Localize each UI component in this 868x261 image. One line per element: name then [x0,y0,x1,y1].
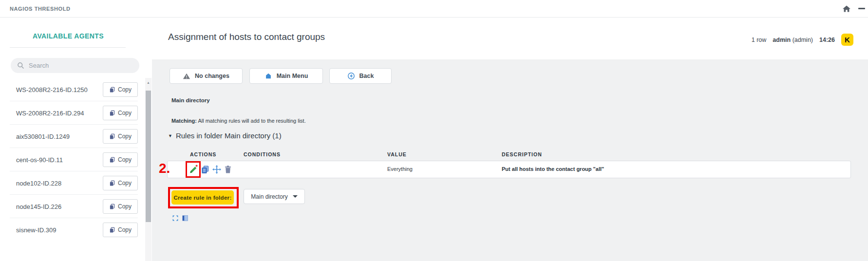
sidebar-header: AVAILABLE AGENTS [0,32,136,40]
annotation-step-number: 2. [159,161,170,176]
status-line: 1 row admin (admin) 14:26 K [752,34,853,46]
list-item: sisnew-ID.309 Copy [0,218,145,242]
user-name: admin [773,37,791,43]
copy-icon [109,157,115,163]
copy-icon [109,133,115,140]
rule-value: Everything [387,166,413,172]
matching-note: Matching: All matching rules will add to… [171,118,306,124]
create-rule-button[interactable]: Create rule in folder: [171,190,234,205]
copy-button[interactable]: Copy [103,152,138,167]
rules-folder-heading[interactable]: ▼ Rules in folder Main directory (1) [168,131,282,140]
rule-description: Put all hosts into the contact group "al… [502,166,604,172]
column-header-description: DESCRIPTION [502,151,542,157]
folder-select-value: Main directory [251,193,287,200]
tree-toggle-icons [172,215,189,222]
back-button[interactable]: Back [329,68,392,84]
app-title: NAGIOS THRESHOLD [10,0,71,18]
delete-rule-icon[interactable] [224,165,232,174]
column-header-value: VALUE [387,151,407,157]
search-box [11,58,139,73]
copy-button[interactable]: Copy [103,82,138,97]
agent-name: cent-os-90-ID.11 [16,156,63,164]
matching-text: All matching rules will add to the resul… [198,118,305,124]
list-item: cent-os-90-ID.11 Copy [0,148,145,171]
agent-name: sisnew-ID.309 [16,226,56,234]
agent-name: WS-2008R2-216-ID.294 [16,110,84,117]
list-item: WS-2008R2-216-ID.294 Copy [0,101,145,125]
copy-icon [109,180,115,186]
agent-list: WS-2008R2-216-ID.1250 Copy WS-2008R2-216… [0,78,145,242]
row-actions [189,164,232,175]
list-item: node145-ID.226 Copy [0,195,145,218]
home-icon[interactable] [842,4,851,13]
copy-button[interactable]: Copy [103,106,138,120]
column-header-actions: ACTIONS [190,151,216,157]
sidebar-divider [10,47,126,48]
copy-button[interactable]: Copy [103,129,138,144]
list-item: node102-ID.228 Copy [0,171,145,195]
collapse-triangle-icon[interactable]: ▼ [168,133,172,138]
no-changes-button[interactable]: No changes [170,68,243,84]
minimize-icon[interactable] [858,8,865,9]
search-icon [17,62,24,69]
list-item: WS-2008R2-216-ID.1250 Copy [0,78,145,101]
copy-button[interactable]: Copy [103,223,138,237]
column-header-conditions: CONDITIONS [244,151,281,157]
matching-label: Matching: [171,118,197,124]
scrollbar-thumb[interactable] [146,91,151,222]
row-count: 1 row [752,37,767,43]
columns-icon[interactable] [182,215,189,222]
copy-button[interactable]: Copy [103,176,138,190]
copy-icon [109,204,115,210]
copy-icon [109,110,115,116]
warning-icon [183,73,190,80]
copy-icon [109,87,115,93]
main-menu-icon [264,72,272,80]
top-bar: NAGIOS THRESHOLD [0,0,868,18]
expand-collapse-icon[interactable] [172,215,179,222]
sidebar: AVAILABLE AGENTS WS-2008R2-216-ID.1250 C… [0,18,152,261]
back-icon [347,72,355,80]
agent-name: node145-ID.226 [16,203,61,210]
folder-select[interactable]: Main directory [244,189,305,204]
edit-rule-icon[interactable] [189,164,198,175]
copy-button[interactable]: Copy [103,199,138,214]
user-role: (admin) [793,37,813,43]
main-menu-button[interactable]: Main Menu [249,68,323,84]
scrollbar-up-arrow[interactable]: ▲ [145,81,151,84]
list-item: aix530801-ID.1249 Copy [0,125,145,148]
breadcrumb[interactable]: Main directory [171,97,210,103]
copy-icon [109,227,115,233]
sidebar-scrollbar[interactable]: ▲ [145,78,151,261]
search-input[interactable] [29,62,126,69]
clock: 14:26 [819,37,835,43]
agent-name: node102-ID.228 [16,180,61,187]
move-rule-icon[interactable] [212,165,221,174]
checkmk-logo-icon[interactable]: K [841,34,853,46]
agent-name: aix530801-ID.1249 [16,133,70,140]
agent-name: WS-2008R2-216-ID.1250 [16,86,88,93]
chevron-down-icon [293,195,298,198]
main-panel [152,59,868,261]
copy-rule-icon[interactable] [201,165,209,174]
page-title: Assignment of hosts to contact groups [168,32,325,42]
